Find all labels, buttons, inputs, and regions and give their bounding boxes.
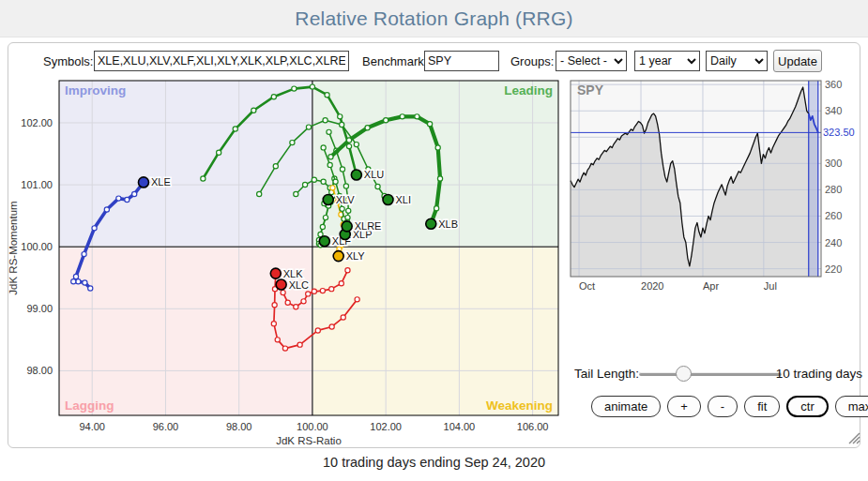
benchmark-input[interactable] [424,51,499,71]
trail-marker [340,206,344,211]
trail-marker [327,129,331,134]
spy-date-tick-label: 2020 [641,280,663,292]
zoom-out-button[interactable]: - [708,396,738,417]
y-tick-label: 100.00 [21,241,53,252]
trail-marker [201,176,206,181]
trail-marker [434,206,439,211]
symbol-label-XLB: XLB [438,218,458,230]
symbol-label-XLV: XLV [336,194,356,205]
trail-marker [310,84,314,89]
fit-button[interactable]: fit [744,396,780,417]
x-axis-title: JdK RS-Ratio [276,435,342,446]
trail-marker [306,125,311,129]
quadrant-label: Improving [65,83,126,98]
trail-marker [302,182,307,187]
trail-marker [104,207,109,212]
x-tick-label: 106.00 [517,421,549,432]
spy-price-tick-label: 300 [825,158,842,169]
trail-marker [271,95,276,99]
x-tick-label: 104.00 [444,421,476,432]
spy-chart-title: SPY [577,83,604,98]
symbol-dot-XLI [383,194,393,204]
trail-marker [346,208,351,213]
benchmark-label: Benchmark: [362,54,427,68]
quadrant-label: Leading [504,83,553,98]
symbol-label-XLK: XLK [283,268,303,279]
spy-price-tick-label: 340 [825,105,842,116]
trail-marker [400,114,404,119]
trail-marker [354,142,358,146]
trail-marker [327,162,332,167]
trail-marker [339,281,343,286]
trail-marker [415,114,419,119]
ctr-button[interactable]: ctr [786,396,828,417]
trail-marker [329,324,334,329]
trail-marker [92,226,97,231]
trail-marker [273,164,278,169]
symbols-input[interactable] [94,51,349,71]
animate-button[interactable]: animate [591,396,661,417]
tail-length-slider-thumb[interactable] [676,366,692,382]
trail-marker [333,179,338,184]
trail-marker [328,155,333,159]
interval-select[interactable]: Daily [706,51,768,71]
trail-marker [116,196,121,201]
symbol-dot-XLY [333,251,343,262]
trail-marker [294,305,298,309]
trail-marker [375,184,380,188]
symbol-dot-XLE [138,177,148,188]
symbol-dot-XLC [276,279,286,290]
trail-marker [323,216,327,220]
page-title: Relative Rotation Graph (RRG) [295,8,572,30]
spy-price-tick-label: 280 [825,184,842,195]
trail-marker [292,86,297,91]
trail-marker [76,279,81,284]
symbol-label-XLU: XLU [364,169,384,180]
symbol-dot-XLK [270,268,281,278]
trail-marker [325,93,329,98]
trail-marker [365,126,370,130]
trail-marker [71,279,76,284]
trail-marker [281,291,285,295]
tail-length-slider-track[interactable] [639,372,782,376]
spy-benchmark-chart: 220240260280300340360323.50Oct2020AprJul… [569,79,865,293]
spy-price-tick-label: 260 [825,210,842,221]
groups-select[interactable]: - Select - [556,51,627,71]
trail-marker [321,179,326,184]
trail-marker [320,224,325,229]
trail-marker [257,191,262,196]
trail-marker [306,292,311,296]
symbol-dot-XLF [319,236,329,247]
trail-marker [251,108,256,113]
x-tick-label: 98.00 [226,421,252,432]
trail-marker [73,274,78,278]
trail-marker [282,346,287,351]
spy-price-tick-label: 220 [825,263,842,275]
trail-marker [272,303,277,308]
spy-price-tick-label: 240 [825,237,842,248]
trail-marker [329,287,334,292]
zoom-in-button[interactable]: + [667,396,701,417]
trail-marker [341,315,345,320]
max-button[interactable]: max [835,396,868,417]
trail-marker [321,145,326,150]
y-tick-label: 101.00 [21,179,53,190]
symbol-dot-XLRE [342,221,352,232]
trail-marker [271,322,276,326]
trail-marker [340,167,344,172]
spy-price-tick-label: 360 [825,79,842,90]
trail-marker [330,186,335,190]
spy-date-tick-label: Jul [764,280,777,292]
symbol-label-XLI: XLI [395,194,411,205]
trail-marker [125,197,129,202]
y-tick-label: 102.00 [21,117,53,128]
trail-marker [217,150,221,155]
trail-marker [435,145,440,150]
symbol-label-XLRE: XLRE [355,220,382,232]
symbol-dot-XLU [351,170,361,180]
trail-marker [294,191,298,196]
trail-marker [384,118,388,123]
range-select[interactable]: 1 year [634,51,700,71]
update-button[interactable]: Update [773,50,822,72]
resize-handle-icon[interactable] [844,428,860,444]
